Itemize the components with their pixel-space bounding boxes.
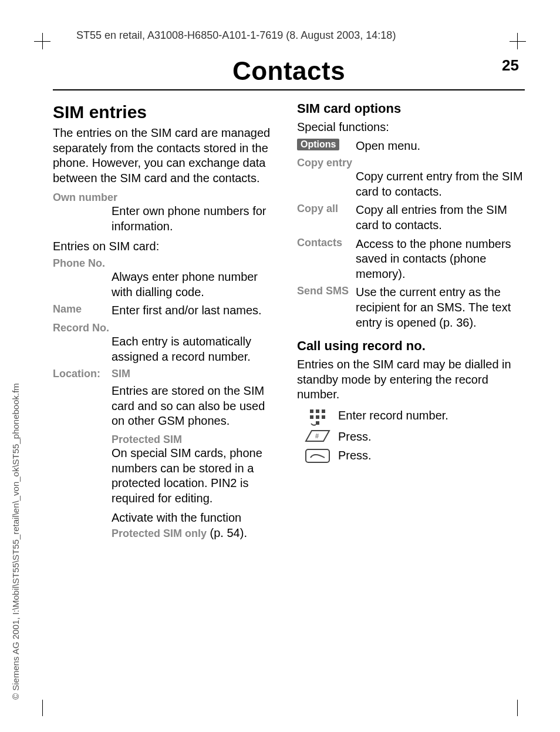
options-softkey[interactable]: Options	[297, 139, 339, 150]
keypad-icon	[297, 408, 338, 426]
copy-entry-text: Copy current entry from the SIM card to …	[356, 169, 525, 199]
left-column: SIM entries The entries on the SIM card …	[53, 99, 281, 540]
sim-card-options-heading: SIM card options	[297, 101, 525, 116]
sim-entries-heading: SIM entries	[53, 102, 281, 122]
send-sms-label: Send SMS	[297, 285, 356, 330]
hash-key-icon: #	[297, 429, 338, 445]
location-value: SIM	[112, 368, 281, 380]
copy-all-text: Copy all entries from the SIM card to co…	[356, 203, 525, 233]
enter-record-text: Enter record number.	[338, 408, 525, 426]
right-column: SIM card options Special functions: Opti…	[297, 99, 525, 540]
side-file-path: © Siemens AG 2001, I:\Mobil\ST55\ST55_re…	[11, 383, 21, 700]
call-intro: Entries on the SIM card may be dialled i…	[297, 357, 525, 402]
contacts-text: Access to the phone numbers saved in con…	[356, 237, 525, 282]
special-functions: Special functions:	[297, 120, 525, 135]
activate-text-1: Activate with the function	[112, 511, 241, 524]
phone-no-text: Always enter phone number with dialling …	[112, 270, 281, 300]
svg-rect-3	[310, 415, 313, 419]
title-rule	[53, 89, 525, 90]
svg-rect-8	[306, 449, 329, 462]
svg-rect-1	[316, 409, 319, 413]
location-label: Location:	[53, 368, 112, 380]
record-no-label: Record No.	[53, 322, 281, 334]
svg-rect-4	[316, 415, 319, 419]
press-call-text: Press.	[338, 448, 525, 464]
svg-rect-2	[322, 409, 325, 413]
activate-text: Activate with the function Protected SIM…	[112, 511, 281, 540]
own-number-text: Enter own phone numbers for information.	[112, 204, 281, 234]
svg-text:#: #	[315, 432, 319, 439]
send-sms-text: Use the current entry as the recipient f…	[356, 285, 525, 330]
press-hash-text: Press.	[338, 429, 525, 445]
own-number-label: Own number	[53, 192, 281, 204]
call-using-record-heading: Call using record no.	[297, 338, 525, 354]
activate-text-2: (p. 54).	[207, 526, 247, 539]
phone-no-label: Phone No.	[53, 257, 281, 270]
header-line: ST55 en retail, A31008-H6850-A101-1-7619…	[76, 29, 525, 42]
contacts-label: Contacts	[297, 237, 356, 282]
svg-rect-6	[316, 421, 319, 425]
sim-entries-intro: The entries on the SIM card are managed …	[53, 126, 281, 186]
record-no-text: Each entry is automatically assigned a r…	[112, 334, 281, 364]
svg-rect-0	[310, 409, 313, 413]
svg-rect-5	[322, 415, 325, 419]
activate-text-bold: Protected SIM only	[112, 528, 207, 539]
page-number: 25	[502, 56, 519, 75]
copy-all-label: Copy all	[297, 203, 356, 233]
name-label: Name	[53, 303, 112, 318]
page-title: Contacts	[232, 56, 345, 86]
copy-entry-label: Copy entry	[297, 157, 525, 169]
name-text: Enter first and/or last names.	[112, 303, 281, 318]
open-menu-text: Open menu.	[356, 139, 525, 154]
call-key-icon	[297, 448, 338, 464]
entries-on-sim: Entries on SIM card:	[53, 239, 281, 254]
protected-sim-text: On special SIM cards, phone numbers can …	[112, 446, 281, 506]
protected-sim-label: Protected SIM	[112, 434, 281, 446]
location-text: Entries are stored on the SIM card and s…	[112, 384, 281, 429]
